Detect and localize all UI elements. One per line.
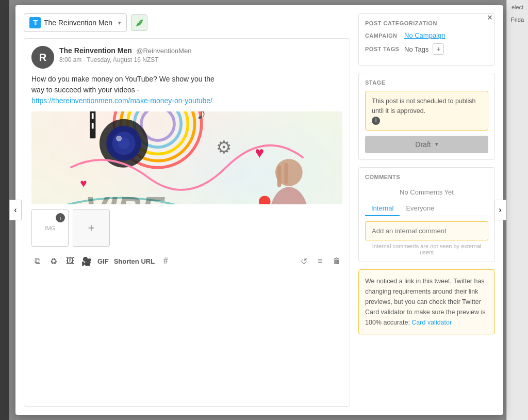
post-link[interactable]: https://thereinventionmen.com/make-money… (31, 96, 212, 105)
campaign-value[interactable]: No Campaign (404, 31, 446, 39)
categorization-title: POST CATEGORIZATION (365, 20, 488, 26)
right-chevron-icon: › (499, 205, 501, 215)
select-hint-label: elect (507, 0, 528, 14)
right-panel: POST CATEGORIZATION CAMPAIGN No Campaign… (358, 13, 495, 407)
tags-value: No Tags (404, 45, 428, 53)
stage-warning-text: This post is not scheduled to publish un… (372, 96, 482, 125)
comment-hint: Internal comments are not seen by extern… (365, 243, 488, 255)
svg-text:R: R (39, 52, 47, 63)
account-dropdown[interactable]: 𝕋 The Reinvention Men ▾ (24, 13, 127, 32)
post-text: How do you make money on YouTube? We sho… (31, 74, 342, 106)
modal-body: 𝕋 The Reinvention Men ▾ (15, 5, 503, 415)
comment-input[interactable] (365, 221, 488, 240)
draft-dropdown-arrow-icon: ▾ (435, 141, 438, 148)
delete-icon[interactable]: 🗑 (331, 255, 342, 267)
svg-point-13 (116, 136, 122, 141)
prev-arrow[interactable]: ‹ (9, 200, 22, 220)
comment-tabs: Internal Everyone (365, 201, 488, 216)
shorten-url-button[interactable]: Shorten URL (114, 257, 155, 265)
svg-text:♪: ♪ (196, 111, 206, 123)
video-icon[interactable]: 🎥 (81, 255, 92, 267)
card-validator-link[interactable]: Card validator (411, 319, 452, 326)
post-text-line1: How do you make money on YouTube? We sho… (31, 75, 214, 83)
gif-button[interactable]: GIF (97, 257, 109, 265)
post-toolbar: ⧉ ♻ 🖼 🎥 GIF Shorten URL # ↺ ≡ 🗑 (31, 252, 342, 267)
analytics-icon[interactable]: ≡ (315, 255, 326, 267)
svg-text:⚙: ⚙ (216, 137, 232, 157)
tab-everyone[interactable]: Everyone (400, 201, 440, 216)
twitter-icon: 𝕋 (29, 17, 41, 28)
categorization-section: POST CATEGORIZATION CAMPAIGN No Campaign… (358, 13, 495, 66)
recycle-icon[interactable]: ♻ (48, 255, 59, 267)
post-author-line: The Reinvention Men @ReinventionMen (59, 46, 342, 55)
stage-title: STAGE (365, 79, 488, 86)
right-panel-hint: elect Frida (506, 0, 528, 420)
stage-warning: This post is not scheduled to publish un… (365, 91, 488, 131)
comments-title: COMMENTS (365, 174, 488, 180)
add-tag-button[interactable]: + (433, 43, 444, 55)
leaf-button[interactable] (131, 14, 147, 31)
image-icon[interactable]: 🖼 (64, 255, 76, 267)
left-nav (0, 0, 9, 420)
left-panel: 𝕋 The Reinvention Men ▾ (24, 13, 350, 407)
history-icon[interactable]: ↺ (298, 255, 309, 267)
account-selector: 𝕋 The Reinvention Men ▾ (24, 13, 350, 32)
add-media-button[interactable]: + (73, 209, 110, 247)
media-thumbnail-1[interactable]: i IMG (31, 209, 69, 247)
copy-icon[interactable]: ⧉ (31, 255, 43, 267)
next-arrow[interactable]: › (494, 200, 506, 220)
tab-internal[interactable]: Internal (365, 201, 400, 216)
post-image: YouTube VIBE (31, 111, 342, 204)
svg-text:♥: ♥ (255, 144, 264, 161)
post-author-name: The Reinvention Men (59, 46, 132, 55)
account-name: The Reinvention Men (44, 19, 115, 27)
svg-rect-18 (92, 123, 94, 128)
tags-row: POST TAGS No Tags + (365, 43, 488, 55)
campaign-row: CAMPAIGN No Campaign (365, 31, 488, 39)
svg-text:VIBE: VIBE (85, 190, 166, 204)
campaign-label: CAMPAIGN (365, 33, 400, 39)
svg-text:♥: ♥ (80, 177, 87, 190)
no-comments-label: No Comments Yet (365, 185, 488, 201)
post-handle: @ReinventionMen (136, 47, 191, 55)
avatar: R (31, 46, 54, 69)
left-chevron-icon: ‹ (14, 205, 16, 215)
close-button[interactable]: × (484, 11, 496, 24)
friday-hint-label: Frida (507, 14, 528, 25)
post-modal: × 𝕋 The Reinvention Men ▾ (15, 5, 503, 415)
media-row: i IMG + (31, 209, 342, 247)
post-text-line2: way to succeed with your videos - (31, 86, 139, 94)
media-thumb-label: IMG (45, 225, 56, 231)
comments-section: COMMENTS No Comments Yet Internal Everyo… (358, 167, 495, 262)
stage-section: STAGE This post is not scheduled to publ… (358, 73, 495, 160)
tags-label: POST TAGS (365, 46, 400, 52)
svg-rect-17 (92, 113, 94, 119)
media-info-icon: i (56, 213, 65, 222)
post-meta: The Reinvention Men @ReinventionMen 8:00… (59, 46, 342, 63)
post-time: 8:00 am · Tuesday, August 16 NZST (59, 56, 342, 63)
post-image-inner: YouTube VIBE (31, 111, 342, 204)
dropdown-arrow-icon: ▾ (118, 20, 121, 26)
notice-card: We noticed a link in this tweet. Twitter… (358, 269, 495, 334)
plus-icon: + (88, 221, 95, 235)
draft-button[interactable]: Draft ▾ (365, 136, 488, 153)
post-card: R The Reinvention Men @ReinventionMen 8:… (24, 38, 350, 407)
post-header: R The Reinvention Men @ReinventionMen 8:… (31, 46, 342, 69)
hashtag-icon[interactable]: # (160, 255, 171, 267)
warning-info-icon: i (372, 117, 380, 125)
draft-label: Draft (415, 140, 431, 149)
